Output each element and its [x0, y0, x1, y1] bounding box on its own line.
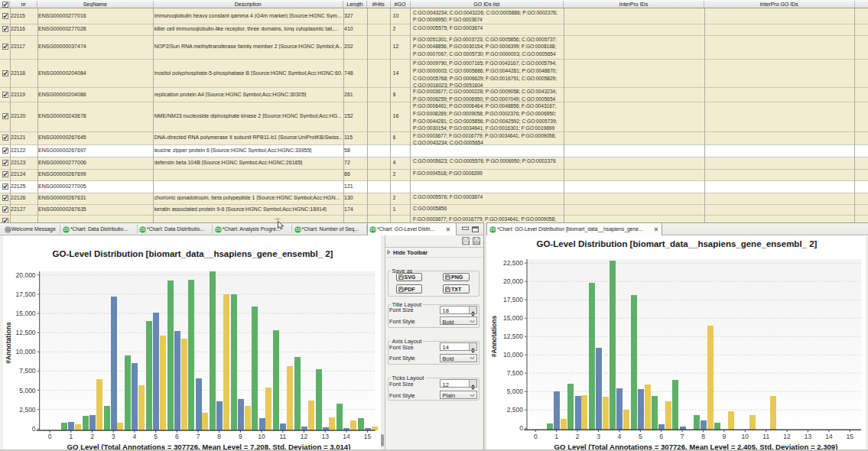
svg-text:3: 3 [112, 433, 115, 440]
svg-text:12: 12 [301, 433, 308, 440]
svg-text:12: 12 [783, 432, 791, 440]
svg-text:15: 15 [847, 432, 854, 440]
svg-text:0: 0 [48, 433, 52, 440]
svg-text:7: 7 [681, 432, 684, 440]
svg-text:1: 1 [69, 433, 73, 440]
svg-text:8: 8 [217, 433, 221, 440]
svg-text:0: 0 [534, 432, 538, 440]
svg-text:GO-Level Distribution [biomart: GO-Level Distribution [biomart_data__hsa… [53, 249, 333, 258]
svg-text:5,000: 5,000 [507, 388, 524, 395]
svg-text:Ch: Ch [63, 228, 68, 232]
svg-text:13: 13 [805, 432, 812, 440]
svg-text:Ch: Ch [370, 228, 375, 232]
svg-text:6: 6 [659, 432, 663, 440]
svg-text:20,000: 20,000 [16, 271, 36, 278]
svg-text:14: 14 [343, 433, 350, 440]
svg-text:5: 5 [639, 432, 642, 440]
svg-text:17,500: 17,500 [16, 290, 36, 297]
svg-text:10: 10 [258, 433, 265, 440]
svg-text:Ch: Ch [216, 228, 220, 232]
svg-text:2: 2 [90, 433, 94, 440]
svg-text:2,500: 2,500 [19, 405, 36, 413]
svg-text:12,500: 12,500 [503, 333, 523, 340]
svg-text:GO-Level Distribution [biomart: GO-Level Distribution [biomart_data__hsa… [537, 239, 818, 248]
svg-text:10: 10 [742, 432, 749, 440]
svg-text:20,000: 20,000 [503, 277, 523, 285]
svg-text:11: 11 [762, 432, 769, 440]
svg-text:4: 4 [618, 432, 622, 440]
svg-text:15,000: 15,000 [16, 310, 36, 317]
svg-text:#Annotations: #Annotations [5, 322, 12, 364]
svg-text:15,000: 15,000 [503, 314, 523, 322]
svg-text:3: 3 [597, 432, 600, 440]
svg-text:Ch: Ch [295, 228, 300, 232]
svg-text:0: 0 [32, 424, 36, 432]
svg-text:15: 15 [364, 433, 372, 440]
svg-text:4: 4 [133, 433, 137, 440]
svg-text:11: 11 [279, 433, 286, 440]
svg-text:7,500: 7,500 [507, 369, 524, 377]
svg-text:Ch: Ch [490, 228, 495, 232]
svg-text:6: 6 [175, 433, 179, 440]
svg-text:8: 8 [701, 432, 705, 440]
svg-text:14: 14 [825, 432, 833, 440]
svg-text:7: 7 [197, 433, 200, 440]
svg-text:10,000: 10,000 [16, 348, 36, 355]
svg-text:7,500: 7,500 [19, 367, 36, 375]
svg-text:Ch: Ch [140, 228, 145, 232]
svg-text:2: 2 [576, 432, 580, 440]
svg-text:9: 9 [723, 432, 727, 440]
svg-text:#Annotations: #Annotations [490, 315, 498, 357]
svg-text:1: 1 [554, 432, 558, 440]
svg-text:10,000: 10,000 [503, 351, 523, 359]
svg-text:2,500: 2,500 [507, 406, 524, 414]
svg-text:5,000: 5,000 [19, 386, 36, 394]
svg-text:12,500: 12,500 [16, 329, 36, 336]
svg-text:13: 13 [321, 433, 329, 440]
svg-text:22,500: 22,500 [503, 259, 523, 267]
svg-text:0: 0 [519, 424, 523, 432]
svg-text:5: 5 [154, 433, 158, 440]
svg-text:9: 9 [239, 433, 242, 440]
svg-text:17,500: 17,500 [503, 296, 523, 303]
